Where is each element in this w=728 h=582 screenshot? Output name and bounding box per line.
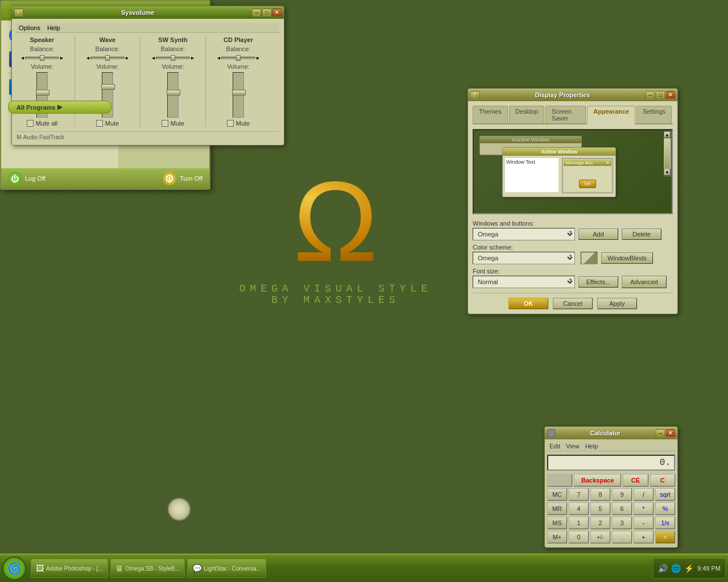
channel-wave-balance-track[interactable] (90, 57, 125, 59)
channel-cdplayer-balance-track[interactable] (221, 57, 255, 59)
calc-mr-btn[interactable]: MR (547, 502, 567, 515)
start-menu-footer: ⏻ Log Off ⏼ Turn Off (1, 168, 209, 189)
calc-view-menu[interactable]: View (566, 443, 580, 450)
channel-swsynth-balance-track[interactable] (156, 57, 190, 59)
calc-sqrt-btn[interactable]: sqrt (655, 488, 675, 501)
channel-swsynth-balance-thumb[interactable] (171, 55, 175, 61)
taskbar-photoshop-label: Adobe Photoshop - [... (46, 566, 103, 572)
calc-backspace-btn[interactable]: Backspace (574, 474, 621, 487)
calculator-minimize-btn[interactable]: ─ (656, 429, 665, 437)
tab-settings[interactable]: Settings (636, 106, 672, 123)
channel-wave-mute-checkbox[interactable] (96, 120, 103, 127)
channel-speaker-balance-track[interactable] (25, 57, 59, 59)
dp-scrollbar-up[interactable]: ▲ (664, 131, 671, 138)
dp-help-btn[interactable]: ? (470, 91, 479, 99)
channel-swsynth-mute-checkbox[interactable] (162, 120, 168, 127)
calc-0-btn[interactable]: 0 (569, 531, 589, 543)
calc-3-btn[interactable]: 3 (612, 517, 632, 529)
sysvolume-menu-btn[interactable]: ≡ (14, 9, 23, 16)
calc-sub-btn[interactable]: - (634, 517, 653, 529)
calc-4-btn[interactable]: 4 (569, 502, 589, 515)
channel-wave-vol-thumb[interactable] (101, 84, 115, 90)
dp-windowblinds-button[interactable]: WindowBlinds (601, 252, 653, 264)
channel-swsynth-vol-thumb[interactable] (167, 90, 180, 95)
calc-plusminus-btn[interactable]: +/- (590, 531, 610, 543)
taskbar-item-omega[interactable]: 🖥 Omega.SB - StyleB... (110, 559, 185, 578)
dp-maximize-btn[interactable]: □ (656, 91, 665, 99)
dp-font-size-select[interactable]: Normal (473, 276, 575, 288)
start-button[interactable]: 🌀 (2, 556, 26, 580)
sysvolume-close-btn[interactable]: ✕ (272, 9, 282, 16)
dp-advanced-button[interactable]: Advanced (622, 276, 667, 288)
channel-wave-balance-thumb[interactable] (105, 55, 110, 61)
dp-preview-scrollbar[interactable]: ▲ ▼ (663, 131, 671, 176)
all-programs-button[interactable]: All Programs ▶ (8, 101, 111, 114)
dp-ok-button[interactable]: OK (508, 298, 548, 309)
dp-minimize-btn[interactable]: ─ (646, 91, 655, 99)
tab-themes[interactable]: Themes (473, 106, 508, 123)
dp-effects-button[interactable]: Effects... (578, 276, 618, 288)
sysvolume-titlebar-buttons: ─ □ ✕ (252, 9, 282, 16)
channel-cdplayer-mute-checkbox[interactable] (227, 120, 234, 127)
channel-swsynth-vol-track[interactable] (167, 72, 179, 118)
calc-5-btn[interactable]: 5 (590, 502, 610, 515)
calc-mul-btn[interactable]: * (634, 502, 653, 515)
tab-desktop[interactable]: Desktop (509, 106, 544, 123)
channel-cdplayer-balance-thumb[interactable] (236, 55, 241, 61)
dp-scrollbar-down[interactable]: ▼ (664, 169, 671, 176)
dp-apply-button[interactable]: Apply (597, 298, 637, 309)
channel-speaker-balance-row: Balance: (30, 45, 55, 52)
calc-6-btn[interactable]: 6 (612, 502, 632, 515)
calc-7-btn[interactable]: 7 (569, 488, 589, 501)
calc-mplus-btn[interactable]: M+ (547, 531, 567, 543)
dp-delete-button[interactable]: Delete (622, 228, 661, 240)
channel-speaker-balance-thumb[interactable] (40, 55, 44, 61)
channel-cdplayer-bal-left-icon: ◂ (217, 55, 220, 61)
display-properties-window: ? Display Properties ─ □ ✕ Themes Deskto… (468, 88, 678, 314)
calc-ce-btn[interactable]: CE (623, 474, 648, 487)
tab-appearance[interactable]: Appearance (587, 106, 635, 124)
calc-edit-menu[interactable]: Edit (549, 443, 560, 450)
calc-8-btn[interactable]: 8 (590, 488, 610, 501)
calc-pct-btn[interactable]: % (655, 502, 675, 515)
taskbar-item-photoshop[interactable]: 🖼 Adobe Photoshop - [... (31, 559, 108, 578)
calc-equals-btn[interactable]: = (655, 531, 675, 543)
channel-cdplayer-vol-track[interactable] (233, 72, 244, 118)
calc-add-btn[interactable]: + (634, 531, 653, 543)
tab-screensaver[interactable]: Screen Saver (545, 106, 586, 123)
channel-speaker-mute-checkbox[interactable] (27, 120, 34, 127)
dp-win-buttons-select-wrapper: Omega (473, 228, 575, 240)
calculator-close-btn[interactable]: ✕ (666, 429, 675, 437)
logoff-button[interactable]: ⏻ Log Off (8, 172, 46, 185)
calc-c-btn[interactable]: C (650, 474, 675, 487)
calc-mc-btn[interactable]: MC (547, 488, 567, 501)
sysvolume-minimize-btn[interactable]: ─ (252, 9, 261, 16)
dp-cancel-button[interactable]: Cancel (553, 298, 593, 309)
calc-recip-btn[interactable]: 1/x (655, 517, 675, 529)
calc-1-btn[interactable]: 1 (569, 517, 589, 529)
dp-add-button[interactable]: Add (578, 228, 618, 240)
taskbar-item-lightstar[interactable]: 💬 LightStar - Conversa... (187, 559, 266, 578)
channel-cdplayer-vol-thumb[interactable] (232, 90, 246, 95)
dp-close-btn[interactable]: ✕ (666, 91, 675, 99)
channel-cdplayer-name: CD Player (224, 36, 253, 43)
calc-dot-btn[interactable]: . (612, 531, 632, 543)
sysvolume-options-menu[interactable]: Options (19, 24, 40, 31)
calc-9-btn[interactable]: 9 (612, 488, 632, 501)
dp-scrollbar-thumb[interactable] (664, 139, 670, 168)
dp-preview-ok-btn[interactable]: OK (579, 180, 596, 188)
channel-cdplayer-balance-control: ◂ ▸ (217, 55, 259, 61)
calculator-window: Calculator ─ ✕ Edit View Help 0. Backspa… (544, 426, 678, 548)
dp-color-scheme-select[interactable]: Omega (473, 252, 575, 264)
channel-speaker-vol-thumb[interactable] (36, 90, 49, 95)
sysvolume-help-menu[interactable]: Help (47, 24, 60, 31)
calc-div-btn[interactable]: / (634, 488, 653, 501)
calc-help-menu[interactable]: Help (585, 443, 598, 450)
dp-win-buttons-select[interactable]: Omega (473, 228, 575, 240)
calc-ms-btn[interactable]: MS (547, 517, 567, 529)
sysvolume-maximize-btn[interactable]: □ (262, 9, 271, 16)
channel-swsynth-mute-label: Mute (171, 120, 184, 127)
calc-2-btn[interactable]: 2 (590, 517, 610, 529)
all-programs-label: All Programs (16, 104, 55, 111)
turnoff-button[interactable]: ⏼ Turn Off (163, 172, 202, 185)
